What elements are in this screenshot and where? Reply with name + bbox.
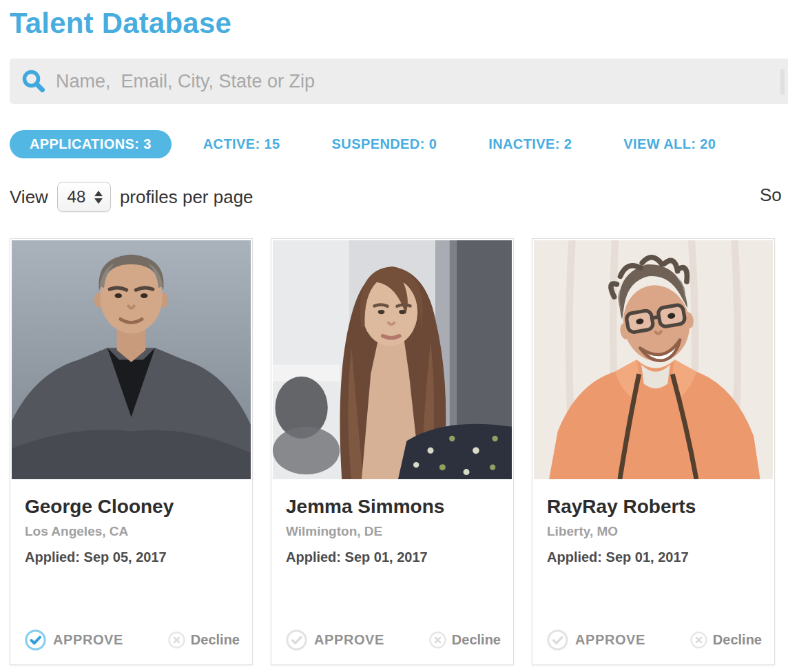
scrollbar-thumb[interactable]: [780, 69, 785, 95]
profile-location: Liberty, MO: [547, 524, 774, 539]
decline-button[interactable]: Decline: [168, 631, 240, 649]
approve-check-icon: [25, 629, 46, 651]
decline-label: Decline: [191, 632, 240, 648]
tab-suspended[interactable]: SUSPENDED: 0: [332, 136, 437, 152]
profile-name: George Clooney: [25, 496, 252, 518]
decline-x-icon: [690, 631, 707, 649]
approve-button[interactable]: APPROVE: [286, 629, 384, 651]
approve-button[interactable]: APPROVE: [25, 629, 123, 651]
profile-card-grid: George Clooney Los Angeles, CA Applied: …: [10, 238, 788, 665]
approve-button[interactable]: APPROVE: [547, 629, 645, 651]
search-input[interactable]: [46, 59, 788, 104]
view-prefix-label: View: [10, 187, 48, 208]
select-stepper-icon: [91, 191, 106, 204]
profile-applied-date: Applied: Sep 05, 2017: [25, 549, 252, 565]
approve-check-icon: [547, 629, 568, 651]
profile-location: Los Angeles, CA: [25, 524, 252, 539]
tab-active[interactable]: ACTIVE: 15: [203, 136, 280, 152]
profile-card[interactable]: George Clooney Los Angeles, CA Applied: …: [10, 238, 253, 665]
profile-location: Wilmington, DE: [286, 524, 513, 539]
tab-view-all[interactable]: VIEW ALL: 20: [623, 136, 716, 152]
filter-tabs: APPLICATIONS: 3 ACTIVE: 15 SUSPENDED: 0 …: [10, 130, 788, 158]
talent-database-page: Talent Database APPLICATIONS: 3 ACTIVE: …: [0, 7, 788, 672]
card-actions: APPROVE Decline: [532, 629, 774, 651]
per-page-value: 48: [58, 187, 91, 207]
profile-name: RayRay Roberts: [547, 496, 774, 518]
sort-control-truncated[interactable]: So: [760, 185, 782, 206]
page-title: Talent Database: [10, 7, 788, 40]
search-bar[interactable]: [10, 59, 788, 104]
profile-applied-date: Applied: Sep 01, 2017: [547, 549, 774, 565]
profile-photo[interactable]: [534, 240, 773, 479]
approve-label: APPROVE: [53, 632, 123, 648]
decline-button[interactable]: Decline: [690, 631, 762, 649]
decline-label: Decline: [452, 632, 501, 648]
profile-photo[interactable]: [12, 240, 251, 479]
card-actions: APPROVE Decline: [271, 629, 513, 651]
decline-button[interactable]: Decline: [429, 631, 501, 649]
approve-label: APPROVE: [575, 632, 645, 648]
decline-x-icon: [168, 631, 185, 649]
profile-name: Jemma Simmons: [286, 496, 513, 518]
card-actions: APPROVE Decline: [10, 629, 252, 651]
profile-card[interactable]: RayRay Roberts Liberty, MO Applied: Sep …: [532, 238, 775, 665]
per-page-select[interactable]: 48: [57, 182, 111, 212]
view-controls: View 48 profiles per page: [10, 181, 788, 213]
tab-applications[interactable]: APPLICATIONS: 3: [10, 130, 172, 158]
approve-check-icon: [286, 629, 307, 651]
profile-applied-date: Applied: Sep 01, 2017: [286, 549, 513, 565]
view-suffix-label: profiles per page: [120, 187, 253, 208]
decline-label: Decline: [713, 632, 762, 648]
decline-x-icon: [429, 631, 446, 649]
search-icon: [21, 69, 46, 94]
tab-inactive[interactable]: INACTIVE: 2: [488, 136, 572, 152]
profile-card[interactable]: Jemma Simmons Wilmington, DE Applied: Se…: [271, 238, 514, 665]
profile-photo[interactable]: [273, 240, 512, 479]
approve-label: APPROVE: [314, 632, 384, 648]
